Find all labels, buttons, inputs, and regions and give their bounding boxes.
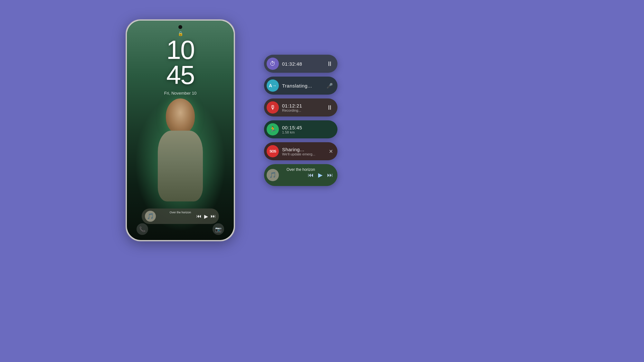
phone-minute: 45 [166,62,194,88]
phone-date: Fri, November 10 [164,91,196,96]
phone-camera-icon[interactable]: 📷 [213,223,224,235]
translate-mic-button[interactable]: 🎤 [327,83,333,89]
music-controls: ⏮ ▶ ⏭ [308,172,333,179]
timer-icon: ⏱ [267,58,279,70]
person-head [166,98,195,134]
sharing-close-button[interactable]: ✕ [329,148,333,154]
recording-notification[interactable]: 🎙 01:12:21 Recording... ⏸ [264,98,337,116]
phone-next-button[interactable]: ⏭ [211,213,216,219]
timer-value: 01:32:48 [282,61,323,67]
running-distance: 1.58 km [282,130,333,134]
camera-punch-hole [178,25,182,29]
music-play-button[interactable]: ▶ [318,172,323,179]
sharing-text: Sharing... We'll update emerg... [282,147,326,156]
phone-hour: 10 [166,37,194,63]
person-body [158,131,203,201]
recording-text: 01:12:21 Recording... [282,103,323,112]
phone-media-icon: 🎵 [145,211,156,222]
sharing-notification[interactable]: SOS Sharing... We'll update emerg... ✕ [264,142,337,160]
running-text: 00:15:45 1.58 km [282,125,333,134]
volume-down-button[interactable] [126,73,126,84]
translate-value: Translating... [282,83,323,88]
notifications-area: ⏱ 01:32:48 ⏸ A→ Translating... 🎤 🎙 01:12… [264,55,337,186]
running-time: 00:15:45 [282,125,333,130]
sharing-label: Sharing... [282,147,326,152]
translate-notification[interactable]: A→ Translating... 🎤 [264,77,337,95]
phone-shell: 🔒 10 45 Fri, November 10 🎵 Over the hori… [126,19,235,241]
music-album-icon: 🎵 [267,169,279,181]
phone-media-controls: ⏮ ▶ ⏭ [196,213,216,219]
phone-prev-button[interactable]: ⏮ [196,213,202,219]
sos-icon: SOS [267,145,279,157]
sharing-sublabel: We'll update emerg... [282,152,326,156]
volume-up-button[interactable] [126,59,126,70]
music-prev-button[interactable]: ⏮ [308,172,314,179]
timer-notification[interactable]: ⏱ 01:32:48 ⏸ [264,55,337,73]
music-notification[interactable]: 🎵 Over the horizon ⏮ ▶ ⏭ [264,164,337,186]
phone-play-button[interactable]: ▶ [204,213,208,219]
phone-bottom-icons: 📞 📷 [127,223,234,235]
music-next-button[interactable]: ⏭ [327,172,333,179]
music-title: Over the horizon [287,167,315,172]
recording-icon: 🎙 [267,101,279,114]
translate-text: Translating... [282,83,323,88]
phone-call-icon[interactable]: 📞 [137,223,148,235]
power-button[interactable] [234,67,235,86]
recording-time: 01:12:21 [282,103,323,108]
person-silhouette [151,98,209,214]
phone-media-title: Over the horizon [170,211,191,214]
running-notification[interactable]: 🏃 00:15:45 1.58 km [264,120,337,138]
recording-pause-button[interactable]: ⏸ [327,104,333,111]
running-icon: 🏃 [267,123,279,135]
timer-pause-button[interactable]: ⏸ [327,60,333,68]
timer-text: 01:32:48 [282,61,323,67]
phone-screen: 🔒 10 45 Fri, November 10 🎵 Over the hori… [127,21,234,240]
recording-label: Recording... [282,108,323,112]
translate-icon: A→ [267,79,279,92]
phone-media-bar[interactable]: 🎵 Over the horizon ⏮ ▶ ⏭ [142,209,219,224]
